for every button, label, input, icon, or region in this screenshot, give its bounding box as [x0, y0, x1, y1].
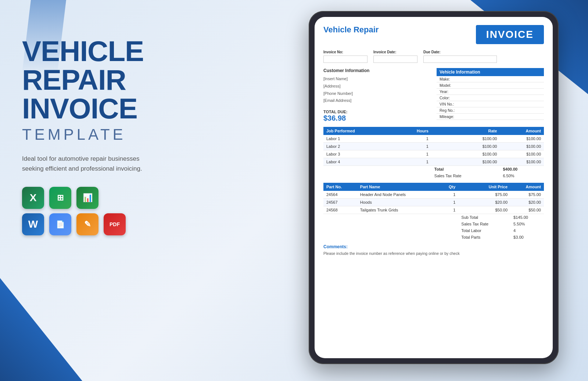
customer-email: [Email Address] — [323, 97, 431, 104]
tablet-screen: Vehicle Repair INVOICE Invoice No: Invoi… — [315, 17, 553, 358]
vehicle-section: Vehicle Information Make: Model: Year: — [437, 68, 544, 122]
labor2-job: Labor 2 — [323, 143, 395, 150]
pages-letter: ✎ — [84, 220, 91, 229]
title-line3: INVOICE — [22, 94, 184, 123]
invoice-date-label: Invoice Date: — [373, 50, 417, 54]
labor-total-spacer — [323, 166, 431, 173]
parts-total-parts-spacer — [323, 234, 458, 241]
labor-tax-spacer — [323, 172, 431, 179]
invoice-no-field: Invoice No: — [323, 50, 368, 63]
docs-icon: 📄 — [49, 213, 71, 235]
word-icon: W — [22, 213, 44, 235]
parts-col-partno: Part No. — [323, 183, 357, 191]
invoice-meta: Invoice No: Invoice Date: Due Date: — [323, 50, 544, 63]
part2-amount: $20.00 — [510, 199, 544, 206]
part2-no: 24567 — [323, 199, 357, 206]
due-date-field: Due Date: — [423, 50, 497, 63]
vehicle-make-row: Make: — [437, 76, 544, 82]
vehicle-color-label: Color: — [440, 96, 469, 100]
excel-icon: X — [22, 187, 44, 209]
parts-total-labor-label: Total Labor — [458, 227, 510, 234]
app-icons-grid: X ⊞ 📊 W 📄 ✎ PDF — [22, 187, 184, 235]
invoice-date-input[interactable] — [373, 56, 417, 63]
customer-name: [Insert Name] — [323, 75, 431, 83]
icons-row-1: X ⊞ 📊 — [22, 187, 184, 209]
vehicle-make-label: Make: — [440, 77, 469, 81]
part1-unitprice: $75.00 — [458, 191, 510, 199]
parts-total-labor-row: Total Labor 4 — [323, 227, 544, 234]
parts-col-qty: Qty — [438, 183, 458, 191]
parts-subtotal-row: Sub Total $145.00 — [323, 214, 544, 221]
main-title: VEHICLE REPAIR INVOICE — [22, 37, 184, 123]
parts-total-parts-label: Total Parts — [458, 234, 510, 241]
word-letter: W — [28, 218, 38, 230]
vehicle-vin-row: VIN No.: — [437, 101, 544, 107]
invoice-no-input[interactable] — [323, 56, 368, 63]
labor4-amount: $100.00 — [500, 158, 544, 166]
pdf-text: PDF — [110, 221, 120, 227]
part1-name: Header And Node Panels — [357, 191, 438, 199]
labor3-rate: $100.00 — [431, 150, 500, 158]
vehicle-mileage-label: Mileage: — [440, 114, 469, 119]
part1-amount: $75.00 — [510, 191, 544, 199]
part1-qty: 1 — [438, 191, 458, 199]
vehicle-reg-label: Reg No.: — [440, 108, 469, 113]
vehicle-color-row: Color: — [437, 95, 544, 101]
customer-phone: [Phone Number] — [323, 90, 431, 97]
company-name: Vehicle Repair — [323, 25, 379, 35]
total-due-label: TOTAL DUE: — [323, 110, 431, 114]
labor3-amount: $100.00 — [500, 150, 544, 158]
labor2-rate: $100.00 — [431, 143, 500, 150]
due-date-label: Due Date: — [423, 50, 497, 54]
parts-row-1: 24564 Header And Node Panels 1 $75.00 $7… — [323, 191, 544, 199]
parts-total-parts-value: $3.00 — [510, 234, 544, 241]
vehicle-model-row: Model: — [437, 82, 544, 89]
parts-col-unitprice: Unit Price — [458, 183, 510, 191]
labor-col-hours: Hours — [395, 127, 431, 135]
labor-col-amount: Amount — [500, 127, 544, 135]
labor-tax-label: Sales Tax Rate — [431, 172, 500, 179]
parts-row-3: 24568 Tailgates Trunk Grids 1 $50.00 $50… — [323, 206, 544, 214]
labor4-rate: $100.00 — [431, 158, 500, 166]
vehicle-mileage-row: Mileage: — [437, 114, 544, 120]
docs-letter: 📄 — [56, 220, 65, 229]
pdf-icon: PDF — [104, 213, 126, 235]
subtitle: TEMPLATE — [22, 126, 184, 143]
numbers-icon: 📊 — [76, 187, 98, 209]
invoice-header: Vehicle Repair INVOICE — [323, 25, 544, 44]
labor4-job: Labor 4 — [323, 158, 395, 166]
labor3-hours: 1 — [395, 150, 431, 158]
parts-tax-spacer — [323, 221, 458, 227]
part2-unitprice: $20.00 — [458, 199, 510, 206]
invoice-date-field: Invoice Date: — [373, 50, 417, 63]
labor2-hours: 1 — [395, 143, 431, 150]
icons-row-2: W 📄 ✎ PDF — [22, 213, 184, 235]
labor-total-label: Total — [431, 166, 500, 173]
left-panel: VEHICLE REPAIR INVOICE TEMPLATE Ideal to… — [22, 37, 184, 235]
part3-name: Tailgates Trunk Grids — [357, 206, 438, 214]
labor3-job: Labor 3 — [323, 150, 395, 158]
parts-col-amount: Amount — [510, 183, 544, 191]
part3-no: 24568 — [323, 206, 357, 214]
parts-tax-value: 5.50% — [510, 221, 544, 227]
labor1-amount: $100.00 — [500, 135, 544, 143]
pages-icon: ✎ — [76, 213, 98, 235]
parts-tax-row: Sales Tax Rate 5.50% — [323, 221, 544, 227]
parts-total-labor-value: 4 — [510, 227, 544, 234]
labor-table: Job Performed Hours Rate Amount Labor 1 … — [323, 127, 544, 179]
total-due-amount: $36.98 — [323, 114, 431, 122]
due-date-input[interactable] — [423, 56, 497, 63]
part1-no: 24564 — [323, 191, 357, 199]
parts-total-parts-row: Total Parts $3.00 — [323, 234, 544, 241]
description: Ideal tool for automotive repair busines… — [22, 154, 162, 174]
parts-subtotal-spacer — [323, 214, 458, 221]
labor1-hours: 1 — [395, 135, 431, 143]
vehicle-model-label: Model: — [440, 83, 469, 88]
labor-row-3: Labor 3 1 $100.00 $100.00 — [323, 150, 544, 158]
sheets-letter: ⊞ — [57, 193, 64, 203]
customer-section: Customer Information [Insert Name] [Addr… — [323, 68, 431, 122]
labor-col-job: Job Performed — [323, 127, 395, 135]
parts-table: Part No. Part Name Qty Unit Price Amount… — [323, 183, 544, 241]
vehicle-year-row: Year: — [437, 89, 544, 95]
vehicle-reg-row: Reg No.: — [437, 107, 544, 114]
